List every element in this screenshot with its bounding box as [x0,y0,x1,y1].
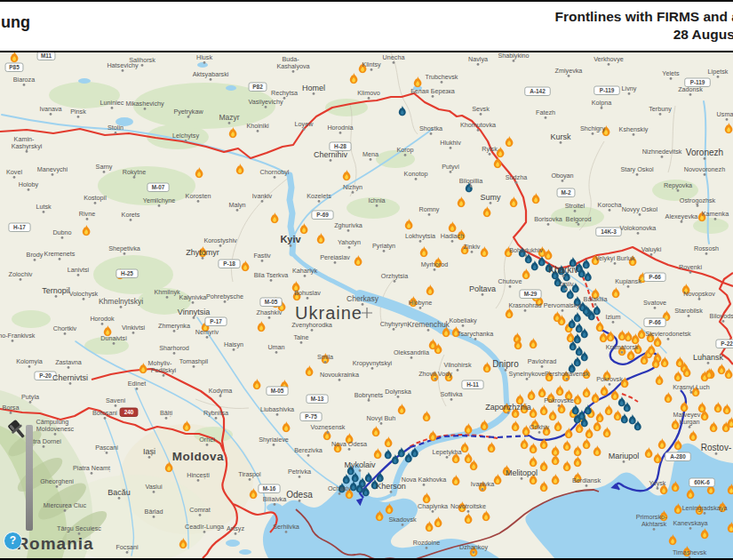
city-label: Artsyz [227,524,244,532]
svg-text:60K-6: 60K-6 [694,479,710,485]
town-dot [23,84,26,86]
town-dot [120,306,123,308]
city-label: Zastavna [55,358,82,366]
city-label: Hlusk [196,53,212,61]
town-dot [330,159,332,162]
header: ung Frontlines with FIRMS and a 28 Augus… [0,2,733,51]
city-label: Vilnohirsk [443,361,471,369]
town-dot [621,351,624,354]
firms-map[interactable]: M11P85P82A-142P-119P-119H-17M-07H-28P-69… [0,52,733,558]
town-dot [704,173,706,176]
town-dot [54,433,57,436]
city-label: Dunaivtsi [100,334,127,342]
city-label: Krasnohrad [508,301,541,309]
town-dot [370,68,373,71]
city-label: Chornobyl [260,168,290,176]
town-dot [402,524,404,526]
town-dot [130,219,132,221]
city-label: Khmelnytskyi [99,297,143,306]
city-label: Sumy [480,193,501,202]
city-label: Orzhytsia [381,272,408,280]
town-dot [688,315,690,317]
town-dot [427,329,430,332]
city-label: Lepetykha [432,448,461,456]
town-dot [348,246,351,249]
town-dot [115,404,117,407]
city-label: Kolomyia [16,357,43,365]
city-label: Nemyriv [195,328,219,336]
city-label: Orhei [199,436,215,444]
city-label: Lelchytsy [172,132,199,140]
town-dot [10,412,12,414]
city-label: Berdiansk [572,476,601,484]
city-label: Bilovodsk [710,312,733,320]
road-shield: M11 [37,52,55,60]
town-dot [451,240,454,243]
svg-text:P-17: P-17 [210,318,222,324]
town-dot [707,362,710,364]
town-dot [574,210,577,212]
town-dot [490,202,492,204]
city-label: Pavlohrad [528,357,556,365]
svg-text:14K-3: 14K-3 [601,228,617,235]
city-label: Akhtarsk [641,520,666,528]
town-dot [122,69,124,72]
city-label: Belgorod [566,215,592,223]
town-dot [393,328,395,331]
town-dot [324,361,327,364]
city-label: Yemilchyne [143,196,176,204]
svg-text:H-17: H-17 [13,224,26,230]
city-label: Trubchevsk [426,73,458,81]
city-label: Pokrovsk [596,375,623,383]
town-dot [133,176,136,179]
city-label: Focșani [116,543,139,551]
city-label: Khmilnyk [154,288,180,296]
city-label: Berezivka [294,446,323,454]
lake [239,549,251,555]
city-label: Ceadîr-Lunga [185,523,224,531]
town-dot [249,478,251,481]
city-label: Klimovo [357,89,380,97]
town-dot [482,488,484,491]
help-icon[interactable]: ? [4,532,22,550]
map-viewport[interactable]: M11P85P82A-142P-119P-119H-17M-07H-28P-69… [0,51,733,560]
town-dot [717,76,720,78]
city-label: Luniniec [100,99,124,107]
city-label: Kremenchuk [407,320,450,329]
city-label: Zmiyevka [555,67,583,75]
town-dot [94,202,97,204]
collapsed-panel-scrollbar[interactable] [26,425,33,531]
town-dot [34,259,36,261]
city-label: Piatra Neamț [73,464,110,472]
city-label: Luhansk [693,353,724,362]
town-dot [26,150,28,153]
town-dot [667,338,670,340]
town-dot [193,316,195,319]
city-label: Mykolaiv [344,460,376,469]
map-title-line1: Frontlines with FIRMS and a [554,8,733,26]
city-label: Mazyr [219,113,239,122]
town-dot [650,253,653,256]
city-label: Novopskov [683,290,715,298]
town-dot [292,70,295,73]
town-dot [428,213,431,216]
town-dot [633,133,635,136]
town-dot [689,527,692,530]
svg-text:P-66: P-66 [649,319,661,325]
city-label: Timashevsk [673,548,706,556]
svg-text:P85: P85 [9,64,20,70]
town-dot [300,341,303,344]
city-label: Stary Oskol [620,165,654,173]
city-label: Svatove [643,299,666,307]
svg-text:P82: P82 [252,84,263,90]
city-label: Sofiivka [440,390,462,398]
city-label: Dolynska [385,388,411,396]
town-dot [601,107,603,109]
city-label: Velykyi Burluk [595,254,635,262]
city-label: Vinkivtsi [122,324,146,332]
town-dot [270,279,273,282]
city-label: Synelnykove [509,370,546,378]
city-label: Rokytne [123,168,146,176]
town-dot [265,106,267,108]
city-label: Salihorsk [129,56,155,64]
